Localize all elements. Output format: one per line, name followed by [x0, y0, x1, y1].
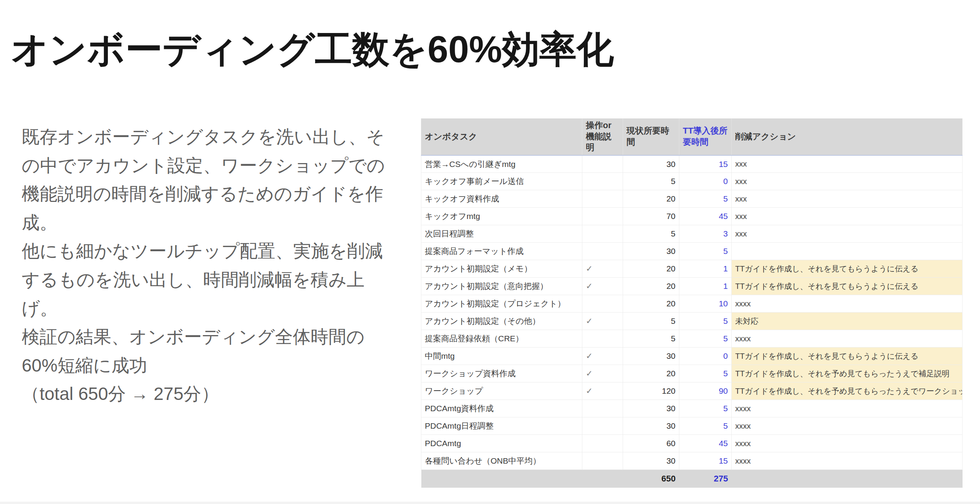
table-row: キックオフ資料作成 20 5 xxx [421, 190, 963, 208]
header-task: オンボタスク [421, 118, 582, 155]
table-row: 次回日程調整 5 3 xxx [421, 225, 963, 243]
task-cell: 次回日程調整 [421, 225, 582, 243]
check-icon: ✓ [586, 264, 593, 273]
slide-body-text: 既存オンボーディングタスクを洗い出し、その中でアカウント設定、ワークショップでの… [22, 123, 390, 408]
table-row: PDCAmtg日程調整 30 5 xxxx [421, 417, 963, 435]
action-cell: TTガイドを作成し、それを見てもらうように伝える [732, 260, 963, 278]
current-time-cell: 30 [623, 452, 679, 470]
intro-paragraph: 既存オンボーディングタスクを洗い出し、その中でアカウント設定、ワークショップでの… [22, 123, 390, 237]
check-cell [582, 173, 623, 190]
total-empty-check [582, 470, 623, 488]
check-cell [582, 295, 623, 313]
after-time-cell: 90 [679, 382, 732, 400]
total-empty-action [732, 470, 963, 488]
onboarding-task-table: オンボタスク 操作or機能説明 現状所要時間 TT導入後所要時間 削減アクション… [421, 118, 963, 488]
check-icon: ✓ [586, 316, 593, 325]
current-time-cell: 30 [623, 400, 679, 417]
action-cell: TTガイドを作成し、それを見てもらうように伝える [732, 348, 963, 365]
after-time-cell: 1 [679, 278, 732, 295]
check-cell [582, 155, 623, 173]
task-cell: PDCAmtg [421, 435, 582, 452]
table-row: アカウント初期設定（プロジェクト） 20 10 xxxx [421, 295, 963, 313]
slide-title: オンボーディング工数を60%効率化 [11, 28, 614, 71]
action-cell: xxxx [732, 435, 963, 452]
table-row: キックオフmtg 70 45 xxx [421, 208, 963, 225]
after-time-cell: 0 [679, 348, 732, 365]
action-cell: TTガイドを作成し、それを予め見てもらったうえでワークショップ [732, 382, 963, 400]
table-row: 提案商品フォーマット作成 30 5 [421, 243, 963, 260]
check-cell: ✓ [582, 348, 623, 365]
check-cell [582, 208, 623, 225]
action-cell: xxxx [732, 295, 963, 313]
after-time-cell: 10 [679, 295, 732, 313]
task-cell: PDCAmtg資料作成 [421, 400, 582, 417]
action-cell: xxx [732, 155, 963, 173]
current-time-cell: 20 [623, 278, 679, 295]
current-time-cell: 20 [623, 260, 679, 278]
action-cell: xxx [732, 173, 963, 190]
check-cell [582, 225, 623, 243]
check-icon: ✓ [586, 282, 593, 290]
after-time-cell: 5 [679, 330, 732, 348]
check-cell: ✓ [582, 365, 623, 382]
current-time-cell: 30 [623, 243, 679, 260]
current-time-cell: 20 [623, 365, 679, 382]
table-row: アカウント初期設定（その他） ✓ 5 5 未対応 [421, 313, 963, 330]
task-cell: 提案商品登録依頼（CRE） [421, 330, 582, 348]
bottom-edge-strip [0, 502, 980, 504]
table-row: 提案商品登録依頼（CRE） 5 5 xxxx [421, 330, 963, 348]
check-cell [582, 243, 623, 260]
check-cell [582, 330, 623, 348]
check-cell [582, 190, 623, 208]
current-time-cell: 5 [623, 313, 679, 330]
action-cell: xxx [732, 225, 963, 243]
action-cell: TTガイドを作成し、それを予め見てもらったうえで補足説明 [732, 365, 963, 382]
after-time-cell: 1 [679, 260, 732, 278]
check-cell [582, 452, 623, 470]
check-cell [582, 417, 623, 435]
after-time-cell: 0 [679, 173, 732, 190]
total-line: （total 650分 → 275分） [22, 380, 390, 408]
table-row: PDCAmtg資料作成 30 5 xxxx [421, 400, 963, 417]
table-row: ワークショップ資料作成 ✓ 20 5 TTガイドを作成し、それを予め見てもらった… [421, 365, 963, 382]
total-after-time: 275 [679, 470, 732, 488]
current-time-cell: 20 [623, 190, 679, 208]
after-time-cell: 45 [679, 208, 732, 225]
after-time-cell: 5 [679, 190, 732, 208]
action-cell [732, 243, 963, 260]
current-time-cell: 5 [623, 173, 679, 190]
table-footer: 650 275 [421, 470, 963, 488]
after-time-cell: 3 [679, 225, 732, 243]
table-row: PDCAmtg 60 45 xxxx [421, 435, 963, 452]
table-row: キックオフ事前メール送信 5 0 xxx [421, 173, 963, 190]
task-cell: 中間mtg [421, 348, 582, 365]
current-time-cell: 60 [623, 435, 679, 452]
table-header: オンボタスク 操作or機能説明 現状所要時間 TT導入後所要時間 削減アクション [421, 118, 963, 155]
header-current-time: 現状所要時間 [623, 118, 679, 155]
task-cell: キックオフ事前メール送信 [421, 173, 582, 190]
current-time-cell: 120 [623, 382, 679, 400]
header-check: 操作or機能説明 [582, 118, 623, 155]
after-time-cell: 5 [679, 243, 732, 260]
current-time-cell: 70 [623, 208, 679, 225]
total-row: 650 275 [421, 470, 963, 488]
current-time-cell: 5 [623, 330, 679, 348]
table-row: 各種問い合わせ（ONB中平均） 30 15 xxxx [421, 452, 963, 470]
check-icon: ✓ [586, 369, 593, 378]
table-row: アカウント初期設定（意向把握） ✓ 20 1 TTガイドを作成し、それを見てもら… [421, 278, 963, 295]
task-cell: 提案商品フォーマット作成 [421, 243, 582, 260]
current-time-cell: 5 [623, 225, 679, 243]
task-cell: ワークショップ [421, 382, 582, 400]
task-cell: PDCAmtg日程調整 [421, 417, 582, 435]
detail-paragraph: 他にも細かなツールチップ配置、実施を削減するものを洗い出し、時間削減幅を積み上げ… [22, 237, 390, 323]
check-cell: ✓ [582, 278, 623, 295]
check-icon: ✓ [586, 386, 593, 395]
check-cell [582, 435, 623, 452]
action-cell: xxxx [732, 452, 963, 470]
after-time-cell: 45 [679, 435, 732, 452]
task-cell: アカウント初期設定（プロジェクト） [421, 295, 582, 313]
action-cell: xxxx [732, 400, 963, 417]
current-time-cell: 30 [623, 155, 679, 173]
after-time-cell: 15 [679, 155, 732, 173]
task-cell: 営業→CSへの引継ぎmtg [421, 155, 582, 173]
